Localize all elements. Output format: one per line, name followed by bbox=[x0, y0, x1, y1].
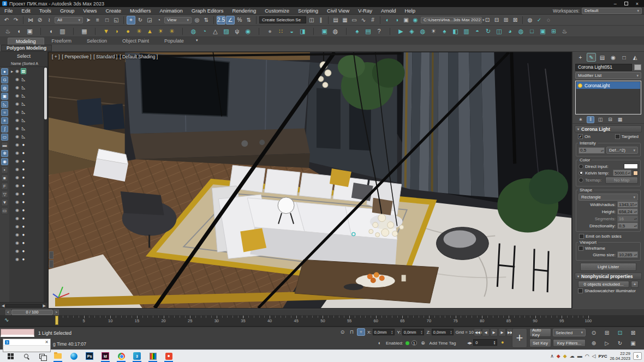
notification-center-icon[interactable]: 6 bbox=[633, 352, 642, 360]
zoom-region-icon[interactable]: ⊠ bbox=[629, 328, 637, 337]
file-explorer-app[interactable] bbox=[52, 350, 64, 362]
render-last-icon[interactable]: ⊟ bbox=[492, 16, 501, 25]
tree-icon[interactable]: ♠ bbox=[440, 27, 449, 36]
mini-curve-editor-icon[interactable]: ∿ bbox=[4, 317, 9, 323]
viewport-menu-renderer[interactable]: [ Standard ] bbox=[93, 54, 117, 59]
bulb2-icon[interactable]: ◍ bbox=[516, 27, 526, 36]
filter-hidden-icon[interactable]: ◉ bbox=[1, 158, 8, 165]
play-box-icon[interactable]: ▣ bbox=[538, 27, 547, 36]
indesign-app[interactable]: Id bbox=[99, 350, 111, 362]
viewport-menu-pov[interactable]: [ Perspective ] bbox=[62, 54, 91, 59]
railclone-list-icon[interactable]: ▤ bbox=[363, 27, 373, 36]
coordinate-spinner[interactable]: X:0,0mm▴▾ bbox=[367, 329, 395, 335]
nonphysical-rollout-header[interactable]: ▾Nonphysical properties bbox=[575, 273, 642, 280]
camera-track-icon[interactable]: ▶ bbox=[396, 27, 406, 36]
explorer-row[interactable]: ◉◺ bbox=[9, 83, 44, 92]
zoom-all-icon[interactable]: ⊞ bbox=[603, 328, 611, 337]
viewport-layout-tabs[interactable] bbox=[49, 251, 54, 268]
track-bar[interactable]: ∿ 05101520253035404550556065707580859095… bbox=[0, 315, 644, 327]
ribbon-config-icon[interactable]: ▾ bbox=[193, 36, 201, 45]
frame-icon[interactable]: □ bbox=[527, 27, 536, 36]
menu-item[interactable]: Arnold bbox=[377, 8, 400, 14]
vray-gray-sphere-icon[interactable]: ● bbox=[265, 27, 275, 36]
explorer-row[interactable]: ◉● bbox=[9, 182, 44, 190]
layer-manager-icon[interactable]: ▤ bbox=[331, 16, 340, 25]
close-button[interactable]: × bbox=[636, 1, 639, 7]
menu-item[interactable]: Help bbox=[400, 8, 420, 14]
explorer-row[interactable]: ◉● bbox=[9, 173, 44, 182]
modifier-list-dropdown[interactable]: Modifier List▾ bbox=[575, 72, 641, 79]
unlink-selection-icon[interactable]: ⊘ bbox=[35, 16, 44, 25]
menu-item[interactable]: Tools bbox=[35, 8, 56, 14]
menu-item[interactable]: Views bbox=[79, 8, 101, 14]
selection-filter-dropdown[interactable]: All▾ bbox=[55, 17, 83, 23]
ribbon-toggle-icon[interactable]: ▭ bbox=[350, 16, 359, 25]
emit-both-sides-checkbox[interactable]: Emit on both sides bbox=[573, 234, 644, 239]
remove-modifier-icon[interactable]: ⊟ bbox=[606, 116, 614, 123]
photoshop-app[interactable]: Ps bbox=[84, 350, 96, 362]
wifi-icon[interactable]: ◠ bbox=[585, 353, 589, 359]
make-unique-icon[interactable]: ◫ bbox=[597, 116, 604, 123]
select-and-manipulate-icon[interactable]: ⇅ bbox=[202, 16, 211, 25]
viewport-menu-shading[interactable]: [ Default Shading ] bbox=[120, 54, 158, 59]
on-checkbox[interactable]: ✓On bbox=[578, 134, 591, 139]
key-filters-button[interactable]: Key Filters... bbox=[553, 339, 586, 347]
vray-clipper-icon[interactable]: ◨ bbox=[298, 27, 307, 36]
explorer-row[interactable]: ◉● bbox=[9, 239, 44, 247]
explorer-row[interactable]: ◉● bbox=[9, 165, 44, 173]
explorer-row[interactable]: ◉◺ bbox=[9, 100, 44, 108]
menu-item[interactable]: Rendering bbox=[228, 8, 260, 14]
modifier-stack[interactable]: CoronaLight bbox=[575, 81, 641, 114]
render-region-icon[interactable]: ⊞ bbox=[502, 16, 510, 25]
reference-coordinate-dropdown[interactable]: View▾ bbox=[164, 17, 192, 23]
filter-f-icon[interactable]: F bbox=[1, 183, 8, 190]
kelvin-spinner[interactable]: 5000,0▴▾ bbox=[613, 170, 631, 176]
kelvin-radio[interactable]: Kelvin temp: 5000,0▴▾ bbox=[579, 170, 638, 176]
key-step-icons[interactable]: ◀▶ bbox=[467, 341, 472, 345]
vray-plane-icon[interactable]: △ bbox=[211, 27, 220, 36]
add-excluded-button[interactable]: + bbox=[631, 281, 639, 288]
orbit-icon[interactable]: ↻ bbox=[616, 339, 624, 347]
next-frame-arrow[interactable]: > bbox=[53, 310, 59, 315]
select-and-move-icon[interactable]: + bbox=[127, 16, 135, 25]
vray-toon-icon[interactable]: ◒ bbox=[287, 27, 296, 36]
grid-quad-icon[interactable]: ⊞ bbox=[549, 27, 558, 36]
ribbon-tab[interactable]: Freeform bbox=[44, 38, 80, 45]
explorer-row[interactable]: ◉● bbox=[9, 149, 44, 157]
language-indicator[interactable]: РУС bbox=[598, 354, 607, 359]
vray-ambient-light-icon[interactable]: ✳ bbox=[167, 27, 176, 36]
filter-helpers-icon[interactable]: ✳ bbox=[1, 117, 8, 124]
minimize-button[interactable]: – bbox=[614, 1, 617, 7]
explorer-row[interactable]: ▶◉▩ bbox=[9, 67, 44, 75]
directionality-spinner[interactable]: 0,5▴▾ bbox=[617, 222, 638, 229]
vray-volume-grid-icon[interactable]: ◉ bbox=[243, 27, 253, 36]
isolate-selection-icon[interactable]: ⊙ bbox=[338, 328, 347, 336]
filter-minus-icon[interactable]: ▬ bbox=[1, 142, 8, 149]
select-and-scale-icon[interactable]: ◲ bbox=[145, 16, 154, 25]
render-cloud-icon[interactable]: ⊠ bbox=[511, 16, 520, 25]
prev-frame-arrow[interactable]: < bbox=[5, 310, 11, 315]
corona-camera-icon[interactable]: ▥ bbox=[58, 27, 67, 36]
select-and-rotate-icon[interactable]: ↻ bbox=[136, 16, 145, 25]
pin-stack-icon[interactable]: ∗ bbox=[577, 116, 585, 123]
coordinate-spinner[interactable]: Y:0,0mm▴▾ bbox=[397, 329, 424, 335]
zoom-icon[interactable]: ⊙ bbox=[589, 328, 598, 337]
object-color-swatch[interactable] bbox=[634, 64, 641, 70]
percent-snap-icon[interactable]: % bbox=[235, 16, 244, 25]
project-path-dropdown[interactable]: C:\Users\Ина...3ds Max 2022▾ bbox=[421, 17, 482, 23]
filter-frozen-icon[interactable]: ✻ bbox=[1, 150, 8, 157]
current-frame-field[interactable]: 0▴▾ bbox=[473, 339, 497, 346]
modify-tab[interactable]: ✎ bbox=[587, 53, 596, 62]
teapot2-icon[interactable]: ♨ bbox=[560, 27, 569, 36]
previous-frame-button[interactable]: ◀ bbox=[482, 328, 490, 336]
show-end-result-icon[interactable]: ‖ bbox=[587, 116, 594, 123]
time-tag-icon[interactable]: ⊕ bbox=[419, 339, 427, 347]
viewport-menu-general[interactable]: [ + ] bbox=[52, 54, 59, 59]
create-tab[interactable]: + bbox=[576, 53, 585, 62]
rectangular-selection-icon[interactable]: □ bbox=[103, 16, 111, 25]
vray-physical-camera-icon[interactable]: ◍ bbox=[189, 27, 198, 36]
explorer-row[interactable]: ◉● bbox=[9, 206, 44, 214]
targeted-checkbox[interactable]: Targeted bbox=[615, 134, 639, 139]
play-animation-button[interactable]: ▶ bbox=[490, 328, 498, 336]
redo-icon[interactable]: ↷ bbox=[11, 16, 20, 25]
